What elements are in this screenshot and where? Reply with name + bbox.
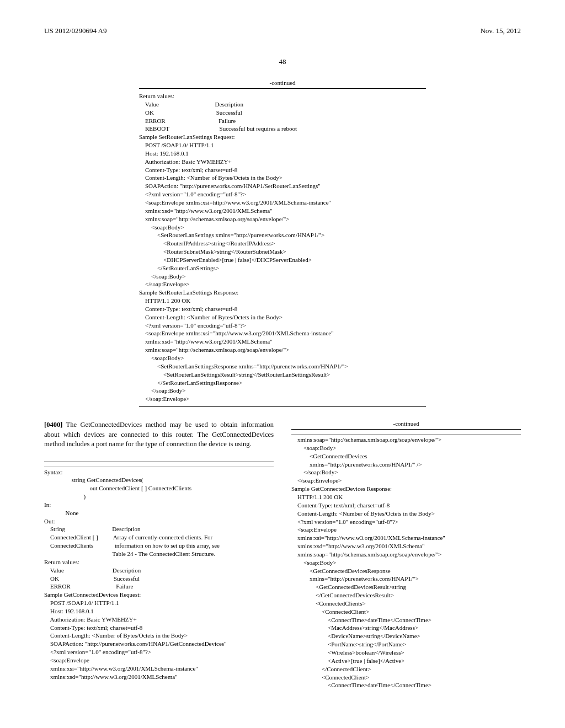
right-column: -continued xmlns:soap="http://schemas.xm… bbox=[291, 420, 521, 689]
continued-label-right: -continued bbox=[291, 420, 521, 427]
code-block-getconnecteddevices-right: xmlns:soap="http://schemas.xmlsoap.org/s… bbox=[291, 429, 521, 689]
paragraph-number: [0400] bbox=[44, 421, 62, 429]
code-block-getconnecteddevices-left: Syntax: string GetConnectedDevices( out … bbox=[44, 462, 274, 681]
continued-label-top: -continued bbox=[44, 79, 521, 86]
page-number: 48 bbox=[44, 57, 521, 66]
paragraph-text: The GetConnectedDevices method may be us… bbox=[44, 421, 274, 448]
code-text-2: Syntax: string GetConnectedDevices( out … bbox=[44, 468, 274, 681]
code-text-3: xmlns:soap="http://schemas.xmlsoap.org/s… bbox=[291, 436, 521, 689]
two-column-region: [0400] The GetConnectedDevices method ma… bbox=[44, 420, 521, 689]
patent-page: US 2012/0290694 A9 Nov. 15, 2012 48 -con… bbox=[0, 0, 565, 728]
publication-date: Nov. 15, 2012 bbox=[480, 26, 521, 35]
page-header: US 2012/0290694 A9 Nov. 15, 2012 bbox=[44, 26, 521, 35]
rule-line bbox=[44, 467, 274, 467]
rule-line bbox=[291, 434, 521, 435]
left-column: [0400] The GetConnectedDevices method ma… bbox=[44, 420, 274, 689]
paragraph-0400: [0400] The GetConnectedDevices method ma… bbox=[44, 420, 274, 449]
publication-number: US 2012/0290694 A9 bbox=[44, 26, 106, 35]
code-block-setrouterlansettings: Return values: Value Description OK Succ… bbox=[139, 88, 426, 407]
code-text-1: Return values: Value Description OK Succ… bbox=[139, 92, 426, 403]
